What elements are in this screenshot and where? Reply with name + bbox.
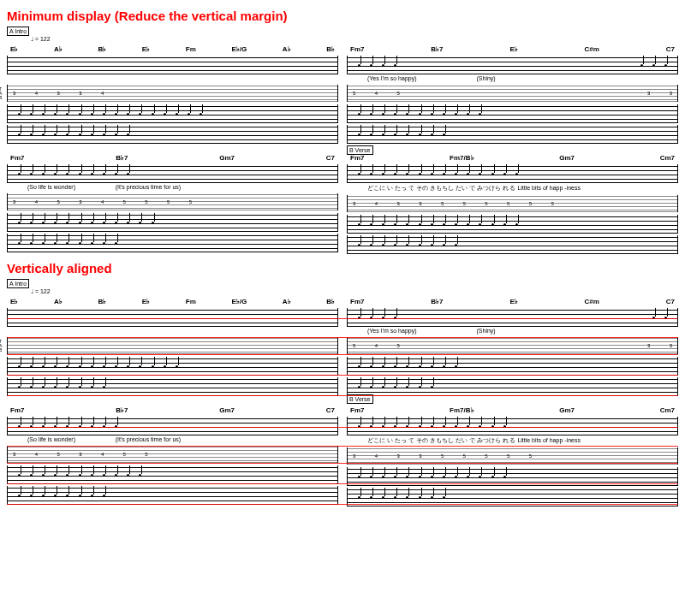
heading-minimum: Minimum display (Reduce the vertical mar… xyxy=(7,9,678,23)
tempo-mark: ♩ = 122 xyxy=(31,36,51,43)
tab-staff: 345345555 xyxy=(7,193,338,210)
vocal-staff xyxy=(347,56,678,74)
bass-staff xyxy=(7,234,338,252)
lyrics: どこに い たっ て その きもちし だい で みつけら れ る Little … xyxy=(347,183,678,193)
chord-row: Fm7 B♭7 E♭ C#m C7 xyxy=(347,45,678,54)
section-marker-verse: B Verse xyxy=(347,145,373,155)
lyrics xyxy=(7,74,338,83)
chord-row: E♭ A♭ B♭ E♭ Fm E♭/G A♭ B♭ xyxy=(7,45,338,54)
vocal-staff xyxy=(347,164,678,183)
score-row-1: A Intro ♩ = 122 E♭ A♭ B♭ E♭ Fm E♭/G A♭ B… xyxy=(7,28,678,144)
system-2: Fm7 B♭7 E♭ C#m C7 (Yes I'm so happy) (Sh… xyxy=(347,28,678,144)
system-2b: Fm7B♭7E♭C#mC7 (Yes I'm so happy) (Shiny)… xyxy=(347,281,678,396)
tab-staff: TAB 3 4 3 3 4 xyxy=(7,85,338,102)
bass-staff xyxy=(347,125,678,144)
lyrics: (So life is wonder) (It's precious time … xyxy=(7,183,338,192)
aligned-block-2: Fm7B♭7Gm7C7 (So life is wonder) (It's pr… xyxy=(7,403,678,506)
tab-staff: TAB xyxy=(7,337,338,354)
bass-staff xyxy=(347,235,678,254)
system-4b: B Verse Fm7Fm7/B♭Gm7Cm7 どこに い たっ て その きも… xyxy=(347,403,678,506)
section-marker-verse: B Verse xyxy=(347,394,373,404)
vocal-staff xyxy=(7,164,338,183)
section-marker-intro: A Intro xyxy=(7,279,29,288)
system-1b: A Intro ♩ = 122 E♭A♭B♭E♭FmE♭/GA♭B♭ TAB xyxy=(7,281,338,396)
tab-staff: 54533 xyxy=(347,85,678,102)
system-1: A Intro ♩ = 122 E♭ A♭ B♭ E♭ Fm E♭/G A♭ B… xyxy=(7,28,338,144)
bass-staff xyxy=(7,125,338,144)
system-4: B Verse Fm7 Fm7/B♭ Gm7 Cm7 どこに い たっ て その… xyxy=(347,151,678,254)
tempo-mark: ♩ = 122 xyxy=(31,288,51,295)
section-marker-intro: A Intro xyxy=(7,27,29,36)
treble-staff xyxy=(347,215,678,234)
system-3: Fm7 B♭7 Gm7 C7 (So life is wonder) (It's… xyxy=(7,151,338,254)
treble-staff xyxy=(347,104,678,123)
vocal-staff xyxy=(7,308,338,327)
system-3b: Fm7B♭7Gm7C7 (So life is wonder) (It's pr… xyxy=(7,403,338,506)
heading-aligned: Vertically aligned xyxy=(7,261,678,275)
vocal-staff xyxy=(7,56,338,74)
lyrics: (Yes I'm so happy) (Shiny) xyxy=(347,74,678,83)
aligned-block-1: A Intro ♩ = 122 E♭A♭B♭E♭FmE♭/GA♭B♭ TAB F… xyxy=(7,281,678,396)
tab-staff: 3433555555 xyxy=(347,195,678,212)
score-row-2: Fm7 B♭7 Gm7 C7 (So life is wonder) (It's… xyxy=(7,151,678,254)
tab-numbers: 3 4 3 3 4 xyxy=(8,85,337,102)
tab-label: TAB xyxy=(0,87,2,100)
treble-staff xyxy=(7,104,338,123)
treble-staff xyxy=(7,213,338,232)
